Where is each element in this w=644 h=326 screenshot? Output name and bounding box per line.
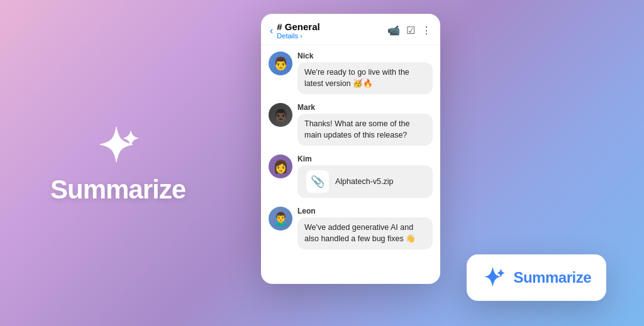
message-sender: Kim (297, 155, 433, 163)
chat-window: ‹ # General Details › 📹 ☑ ⋮ 👨 Nick We're… (261, 14, 440, 284)
avatar: 👨🏿 (269, 103, 292, 127)
file-name: Alphatech-v5.zip (335, 177, 393, 186)
left-panel: Summarize (50, 122, 186, 205)
more-options-icon[interactable]: ⋮ (421, 24, 431, 36)
message-row: 👨‍🦱 Leon We've added generative AI and a… (269, 207, 433, 249)
sparkle-icon (96, 122, 140, 168)
file-icon: 📎 (306, 170, 329, 193)
message-row: 👨🏿 Mark Thanks! What are some of the mai… (269, 103, 433, 146)
avatar: 👨‍🦱 (269, 207, 292, 231)
message-sender: Mark (297, 103, 433, 112)
file-bubble[interactable]: 📎 Alphatech-v5.zip (297, 165, 433, 198)
summarize-card-label: Summarize (513, 269, 591, 286)
message-row: 👩 Kim 📎 Alphatech-v5.zip (269, 155, 433, 198)
message-sender: Nick (297, 52, 433, 60)
channel-info: # General Details › (277, 21, 319, 40)
message-content: Mark Thanks! What are some of the main u… (297, 103, 433, 146)
message-bubble: Thanks! What are some of the main update… (297, 114, 433, 146)
header-icons: 📹 ☑ ⋮ (387, 24, 431, 36)
message-content: Leon We've added generative AI and also … (297, 207, 433, 249)
message-content: Kim 📎 Alphatech-v5.zip (297, 155, 433, 198)
channel-details[interactable]: Details › (277, 32, 319, 40)
video-icon[interactable]: 📹 (387, 24, 400, 36)
avatar: 👨 (269, 52, 292, 75)
channel-name: # General (277, 21, 319, 32)
message-sender: Leon (297, 207, 433, 215)
summarize-card[interactable]: Summarize (467, 254, 606, 301)
chat-body: 👨 Nick We're ready to go live with the l… (261, 45, 440, 284)
summarize-card-icon (482, 264, 506, 291)
left-panel-title: Summarize (50, 175, 186, 205)
message-content: Nick We're ready to go live with the lat… (297, 52, 433, 94)
avatar: 👩 (269, 155, 292, 178)
back-button[interactable]: ‹ (270, 25, 273, 36)
header-left: ‹ # General Details › (270, 21, 320, 40)
message-bubble: We're ready to go live with the latest v… (297, 62, 433, 94)
chat-header: ‹ # General Details › 📹 ☑ ⋮ (261, 14, 440, 45)
message-row: 👨 Nick We're ready to go live with the l… (269, 52, 433, 94)
checklist-icon[interactable]: ☑ (406, 24, 415, 36)
message-bubble: We've added generative AI and also handl… (297, 217, 433, 249)
